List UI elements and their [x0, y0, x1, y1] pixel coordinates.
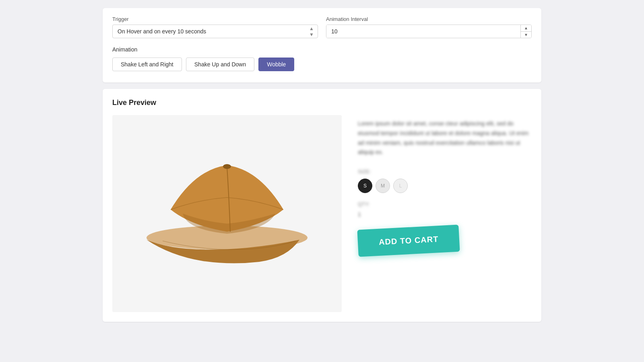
qty-label: QTY: [358, 201, 532, 207]
settings-card: Trigger On Hover and on every 10 seconds… [103, 8, 541, 82]
product-image-area [112, 115, 342, 312]
product-hat-image [130, 133, 324, 294]
preview-card: Live Preview [103, 89, 541, 322]
add-to-cart-wrapper: ADD TO CART [358, 227, 459, 254]
size-option-l[interactable]: L [393, 179, 408, 193]
trigger-field-group: Trigger On Hover and on every 10 seconds… [112, 16, 318, 38]
anim-button-shake-ud[interactable]: Shake Up and Down [186, 58, 254, 71]
product-details: Lorem ipsum dolor sit amet, conse cteur … [358, 115, 532, 254]
preview-content: Lorem ipsum dolor sit amet, conse cteur … [112, 115, 532, 312]
trigger-select[interactable]: On Hover and on every 10 secondsOn Hover… [112, 25, 318, 38]
add-to-cart-button[interactable]: ADD TO CART [357, 225, 460, 257]
anim-button-wobble[interactable]: Wobble [258, 58, 294, 71]
interval-increment-button[interactable]: ▲ [521, 25, 531, 32]
interval-spinners: ▲ ▼ [520, 25, 531, 38]
trigger-label: Trigger [112, 16, 318, 22]
interval-input[interactable] [326, 25, 520, 38]
anim-button-shake-lr[interactable]: Shake Left and Right [112, 58, 182, 71]
animation-section: Animation Shake Left and Right Shake Up … [112, 46, 532, 71]
size-section: SIZE: S M L [358, 169, 532, 193]
size-options: S M L [358, 179, 532, 193]
qty-section: QTY: 1 [358, 201, 532, 218]
svg-point-1 [223, 164, 231, 169]
qty-control: 1 [358, 211, 532, 218]
animation-buttons: Shake Left and Right Shake Up and Down W… [112, 58, 532, 71]
size-option-s[interactable]: S [358, 179, 372, 193]
interval-label: Animation Interval [326, 16, 532, 22]
product-description: Lorem ipsum dolor sit amet, conse cteur … [358, 119, 532, 157]
interval-decrement-button[interactable]: ▼ [521, 32, 531, 38]
interval-wrapper: ▲ ▼ [326, 25, 532, 38]
preview-title: Live Preview [112, 99, 532, 107]
animation-label: Animation [112, 46, 532, 53]
size-label: SIZE: [358, 169, 532, 175]
size-option-m[interactable]: M [376, 179, 390, 193]
qty-value: 1 [358, 211, 361, 218]
interval-field-group: Animation Interval ▲ ▼ [326, 16, 532, 38]
trigger-select-wrapper: On Hover and on every 10 secondsOn Hover… [112, 25, 318, 38]
settings-row: Trigger On Hover and on every 10 seconds… [112, 16, 532, 38]
